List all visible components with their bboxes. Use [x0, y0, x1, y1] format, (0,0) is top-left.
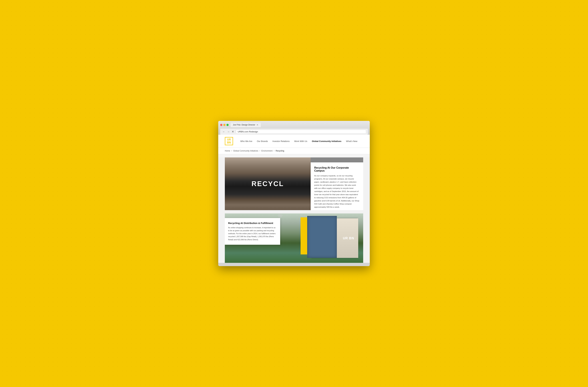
- nav-item-our-brands[interactable]: Our Brands: [255, 137, 270, 146]
- tab-title: Joe Fritz: Design Director: [233, 124, 255, 126]
- minimize-button[interactable]: [223, 124, 226, 126]
- logo[interactable]: UR BN: [225, 137, 233, 145]
- traffic-lights: [220, 124, 229, 126]
- breadcrumb-recycling: Recycling: [276, 150, 284, 152]
- urbn-building-logo: UR BN: [343, 236, 354, 240]
- recycle-sign-image: RECYCL: [225, 157, 311, 210]
- nav-item-who-we-are[interactable]: Who We Are: [238, 137, 255, 146]
- breadcrumb-sep-3: >: [273, 150, 274, 152]
- campus-recycling-card: Recycling At Our Corporate Campus As our…: [311, 162, 363, 210]
- nav-item-investor-relations[interactable]: Investor Relations: [270, 137, 292, 146]
- breadcrumb: Home > Global Community Initiatives > En…: [218, 148, 370, 154]
- browser-toolbar: ← → ✕: [220, 128, 368, 135]
- maximize-button[interactable]: [227, 124, 229, 126]
- breadcrumb-sep-1: >: [231, 150, 232, 152]
- recycle-sign-text: RECYCL: [252, 180, 284, 188]
- nav-items: Who We Are Our Brands Investor Relations…: [238, 137, 363, 146]
- breadcrumb-global-community[interactable]: Global Community Initiatives: [233, 150, 258, 152]
- back-button[interactable]: ←: [222, 130, 226, 134]
- refresh-button[interactable]: ✕: [231, 130, 234, 134]
- distribution-card-body: As online shopping continues to increase…: [228, 226, 277, 241]
- nav-item-global-community[interactable]: Global Community Initiatives: [310, 137, 344, 146]
- breadcrumb-sep-2: >: [259, 150, 260, 152]
- forward-button[interactable]: →: [227, 130, 231, 134]
- distribution-card-title: Recycling At Distribution & Fulfillment: [228, 222, 277, 224]
- nav-buttons: ← → ✕: [222, 130, 234, 134]
- section-recycling-campus: RECYCL Recycling At Our Corporate Campus…: [225, 157, 363, 210]
- main-content: RECYCL Recycling At Our Corporate Campus…: [218, 157, 370, 263]
- campus-card-body: As our company expands, so do our recycl…: [314, 174, 359, 209]
- browser-tab[interactable]: Joe Fritz: Design Director ✕: [231, 122, 261, 127]
- tab-close-icon[interactable]: ✕: [256, 123, 258, 126]
- nav-item-work-with-us[interactable]: Work With Us: [292, 137, 310, 146]
- campus-card-title: Recycling At Our Corporate Campus: [314, 166, 359, 172]
- yellow-panel: [301, 217, 312, 254]
- browser-chrome: Joe Fritz: Design Director ✕ ← → ✕: [218, 121, 370, 135]
- address-bar[interactable]: [236, 130, 366, 134]
- website: UR BN Who We Are Our Brands Investor Rel…: [218, 135, 370, 263]
- nav-item-whats-new[interactable]: What's New: [344, 137, 360, 146]
- breadcrumb-home[interactable]: Home: [225, 150, 230, 152]
- distribution-recycling-card: Recycling At Distribution & Fulfillment …: [225, 218, 280, 245]
- site-nav: UR BN Who We Are Our Brands Investor Rel…: [218, 135, 370, 148]
- logo-text: UR BN: [225, 138, 232, 144]
- section-recycling-distribution: UR BN ❋ Recycling At Distribution & Fulf…: [225, 213, 363, 263]
- browser-window: Joe Fritz: Design Director ✕ ← → ✕ UR BN…: [218, 121, 370, 266]
- close-button[interactable]: [220, 124, 222, 126]
- browser-titlebar: Joe Fritz: Design Director ✕: [220, 122, 368, 127]
- breadcrumb-environment[interactable]: Environment: [261, 150, 273, 152]
